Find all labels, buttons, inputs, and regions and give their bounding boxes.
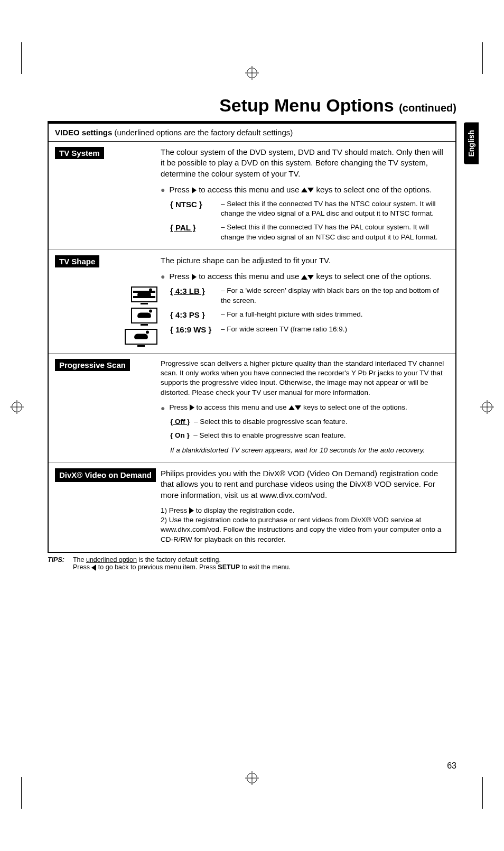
crop-mark xyxy=(21,777,22,809)
option-on: { On } – Select this to enable progressi… xyxy=(161,431,449,440)
registration-target-icon xyxy=(247,773,257,783)
section-label: TV System xyxy=(55,147,161,242)
tv-shape-label: TV Shape xyxy=(55,255,99,267)
registration-target-icon xyxy=(247,68,257,78)
option-desc: – Select this to enable progressive scan… xyxy=(193,431,346,439)
instruction-text: Press to access this menu and use keys t… xyxy=(169,403,407,413)
option-ntsc: { NTSC } – Select this if the connected … xyxy=(161,199,449,218)
text: to access this menu and use xyxy=(194,403,289,411)
crop-mark xyxy=(21,42,22,74)
text: to exit the menu. xyxy=(240,563,291,571)
bullet-icon: ● xyxy=(161,404,165,413)
tips-line2: Press to go back to previous menu item. … xyxy=(73,563,456,571)
instruction-row: ● Press to access this menu and use keys… xyxy=(161,184,449,195)
crop-mark xyxy=(482,777,483,809)
option-off: { Off } – Select this to disable progres… xyxy=(161,417,449,427)
right-arrow-icon xyxy=(190,404,194,411)
divx-vod-label: DivX® Video on Demand xyxy=(55,468,156,482)
bullet-icon: ● xyxy=(161,186,165,195)
tv-system-intro: The colour system of the DVD system, DVD… xyxy=(161,147,449,179)
box-header: VIDEO settings (underlined options are t… xyxy=(49,124,455,142)
text: keys to select one of the options. xyxy=(314,185,432,194)
right-arrow-icon xyxy=(189,507,194,514)
option-label: { 4:3 PS } xyxy=(170,310,216,320)
box-header-title: VIDEO settings xyxy=(55,128,112,137)
up-arrow-icon xyxy=(288,405,295,410)
divx-intro: Philips provides you with the DivX® VOD … xyxy=(161,468,449,501)
tv-widescreen-icon xyxy=(125,329,157,345)
option-label: { 16:9 WS } xyxy=(170,325,225,335)
down-arrow-icon xyxy=(307,275,314,280)
section-label: Progressive Scan xyxy=(55,359,161,455)
section-content: Progressive scan delivers a higher pictu… xyxy=(161,359,449,455)
text: keys to select one of the options. xyxy=(314,272,432,281)
text: Press xyxy=(169,272,192,281)
option-4-3-ps: { 4:3 PS } – For a full-height picture w… xyxy=(161,310,449,320)
box-body: TV System The colour system of the DVD s… xyxy=(49,142,455,552)
right-arrow-icon xyxy=(192,187,197,193)
option-label: { Off } xyxy=(170,418,190,426)
section-label: DivX® Video on Demand xyxy=(55,468,161,544)
text: underlined option xyxy=(86,556,137,563)
text: Press xyxy=(169,185,192,194)
text: 1) Press xyxy=(161,506,189,514)
tips-footer: TIPS: The underlined option is the facto… xyxy=(48,556,456,571)
section-content: The colour system of the DVD system, DVD… xyxy=(161,147,449,242)
tips-line1: The underlined option is the factory def… xyxy=(73,556,456,563)
divx-step2: 2) Use the registration code to purchase… xyxy=(161,515,449,544)
section-label: TV Shape xyxy=(55,255,161,346)
divx-step1: 1) Press to display the registration cod… xyxy=(161,506,449,515)
tips-label: TIPS: xyxy=(48,556,64,571)
instruction-row: ● Press to access this menu and use keys… xyxy=(161,271,449,282)
progressive-intro: Progressive scan delivers a higher pictu… xyxy=(161,359,449,397)
box-header-note: (underlined options are the factory defa… xyxy=(112,128,293,137)
option-pal: { PAL } – Select this if the connected T… xyxy=(161,223,449,242)
page-title: Setup Menu Options (continued) xyxy=(48,95,456,116)
page-number: 63 xyxy=(447,761,456,771)
tv-panscan-icon xyxy=(131,308,157,323)
text: to go back to previous menu item. Press xyxy=(96,563,218,571)
option-label: { On } xyxy=(170,431,190,439)
down-arrow-icon xyxy=(295,405,301,410)
text: to display the registration code. xyxy=(194,506,295,514)
right-arrow-icon xyxy=(192,274,197,280)
title-continued: (continued) xyxy=(399,102,456,114)
title-text: Setup Menu Options xyxy=(219,95,394,115)
section-tv-shape: TV Shape The picture shape can be adjust… xyxy=(49,250,455,354)
page-content: English Setup Menu Options (continued) V… xyxy=(48,95,456,756)
crop-mark xyxy=(482,42,483,74)
tv-system-label: TV System xyxy=(55,147,104,159)
registration-target-icon xyxy=(482,402,492,412)
tips-content: The underlined option is the factory def… xyxy=(73,556,456,571)
option-desc: – For wide screen TV (frame ratio 16:9.) xyxy=(221,325,449,335)
tv-shape-intro: The picture shape can be adjusted to fit… xyxy=(161,255,449,266)
progressive-scan-label: Progressive Scan xyxy=(55,359,130,371)
instruction-text: Press to access this menu and use keys t… xyxy=(169,184,432,195)
option-label: { PAL } xyxy=(170,223,216,242)
section-progressive-scan: Progressive Scan Progressive scan delive… xyxy=(49,354,455,463)
section-divx-vod: DivX® Video on Demand Philips provides y… xyxy=(49,463,455,552)
option-label: { 4:3 LB } xyxy=(170,286,216,305)
text: Press xyxy=(73,563,91,571)
option-desc: – For a 'wide screen' display with black… xyxy=(221,286,449,305)
text: SETUP xyxy=(218,563,240,571)
language-tab: English xyxy=(464,123,479,164)
option-desc: – Select this if the connected TV has th… xyxy=(221,223,449,242)
instruction-text: Press to access this menu and use keys t… xyxy=(169,271,432,282)
settings-box: VIDEO settings (underlined options are t… xyxy=(48,121,456,553)
registration-target-icon xyxy=(12,402,22,412)
option-label: { NTSC } xyxy=(170,199,216,218)
text: to access this menu and use xyxy=(197,185,301,194)
text: The xyxy=(73,556,86,563)
text: keys to select one of the options. xyxy=(301,403,407,411)
instruction-row: ● Press to access this menu and use keys… xyxy=(161,403,449,413)
option-desc: – Select this if the connected TV has th… xyxy=(221,199,449,218)
option-4-3-lb: { 4:3 LB } – For a 'wide screen' display… xyxy=(161,286,449,305)
option-16-9-ws: { 16:9 WS } – For wide screen TV (frame … xyxy=(161,325,449,335)
section-tv-system: TV System The colour system of the DVD s… xyxy=(49,142,455,250)
section-content: The picture shape can be adjusted to fit… xyxy=(161,255,449,346)
tv-letterbox-icon xyxy=(131,286,157,302)
progressive-note: If a blank/distorted TV screen appears, … xyxy=(161,446,449,455)
text: Press xyxy=(169,403,189,411)
option-desc: – Select this to disable progressive sca… xyxy=(194,418,347,426)
